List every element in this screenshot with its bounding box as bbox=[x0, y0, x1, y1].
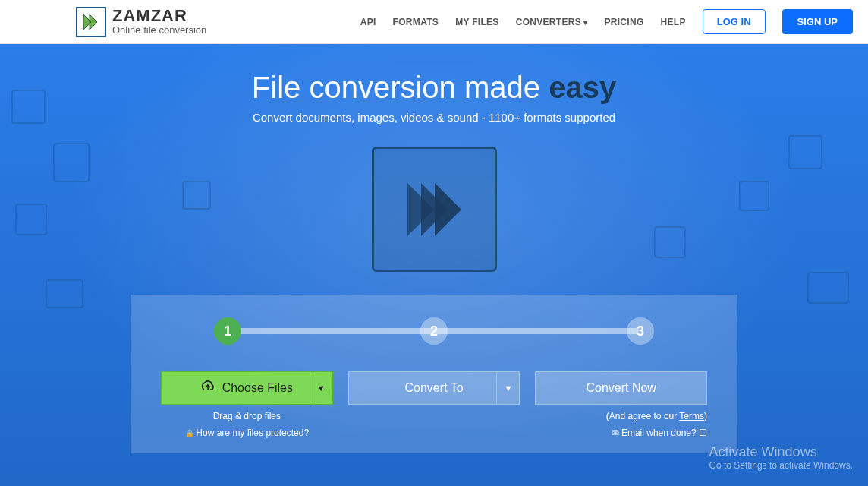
doodle-icon bbox=[739, 181, 769, 211]
doodle-icon bbox=[807, 272, 849, 304]
terms-hint: (And agree to our Terms) bbox=[535, 411, 707, 421]
doodle-icon bbox=[11, 90, 46, 124]
nav-api[interactable]: API bbox=[360, 17, 376, 27]
drag-drop-hint: Drag & drop files bbox=[161, 411, 333, 421]
convert-now-button[interactable]: Convert Now bbox=[535, 371, 707, 405]
brand-tagline: Online file conversion bbox=[112, 24, 206, 36]
header: ZAMZAR Online file conversion API FORMAT… bbox=[0, 0, 868, 44]
step-track: 1 2 3 bbox=[161, 317, 707, 345]
step-2-circle: 2 bbox=[420, 317, 448, 345]
doodle-icon bbox=[15, 204, 47, 235]
doodle-icon bbox=[654, 226, 686, 258]
protection-link[interactable]: How are my files protected? bbox=[161, 428, 333, 438]
convert-to-button[interactable]: Convert To ▼ bbox=[348, 371, 520, 405]
login-button[interactable]: LOG IN bbox=[703, 9, 766, 34]
convert-caret-icon[interactable]: ▼ bbox=[496, 372, 519, 404]
nav-formats[interactable]: FORMATS bbox=[393, 17, 439, 27]
step-1-circle: 1 bbox=[214, 317, 241, 345]
hero-title: File conversion made easy bbox=[0, 71, 868, 105]
nav-pricing[interactable]: PRICING bbox=[604, 17, 643, 27]
steps-panel: 1 2 3 Choose Files ▼ Drag & drop files H… bbox=[131, 295, 737, 453]
nav: API FORMATS MY FILES CONVERTERS PRICING … bbox=[360, 9, 853, 34]
brand-name: ZAMZAR bbox=[112, 8, 206, 24]
watermark-sub: Go to Settings to activate Windows. bbox=[709, 460, 853, 471]
nav-help[interactable]: HELP bbox=[661, 17, 686, 27]
doodle-icon bbox=[53, 143, 90, 182]
step-1: Choose Files ▼ Drag & drop files How are… bbox=[161, 371, 333, 438]
choose-caret-icon[interactable]: ▼ bbox=[310, 372, 332, 404]
doodle-icon bbox=[46, 279, 83, 308]
choose-files-label: Choose Files bbox=[222, 381, 293, 395]
step-row: Choose Files ▼ Drag & drop files How are… bbox=[161, 371, 707, 438]
email-done-hint[interactable]: ✉ Email when done? ☐ bbox=[535, 428, 707, 438]
windows-watermark: Activate Windows Go to Settings to activ… bbox=[709, 444, 853, 471]
watermark-title: Activate Windows bbox=[709, 444, 853, 460]
step-3: Convert Now (And agree to our Terms) ✉ E… bbox=[535, 371, 707, 438]
logo-icon bbox=[76, 7, 106, 37]
doodle-icon bbox=[788, 135, 822, 169]
hero-title-em: easy bbox=[549, 71, 616, 104]
logo[interactable]: ZAMZAR Online file conversion bbox=[76, 7, 206, 37]
step-2: Convert To ▼ bbox=[348, 371, 520, 438]
doodle-icon bbox=[182, 181, 211, 210]
hero-title-pre: File conversion made bbox=[252, 71, 549, 104]
convert-to-label: Convert To bbox=[404, 381, 463, 395]
terms-link[interactable]: Terms bbox=[679, 411, 704, 421]
upload-icon bbox=[201, 380, 215, 396]
signup-button[interactable]: SIGN UP bbox=[782, 9, 853, 34]
hero: File conversion made easy Convert docume… bbox=[0, 44, 868, 486]
step-3-circle: 3 bbox=[627, 317, 654, 345]
play-icon bbox=[372, 147, 497, 272]
nav-myfiles[interactable]: MY FILES bbox=[455, 17, 499, 27]
hero-subtitle: Convert documents, images, videos & soun… bbox=[0, 111, 868, 124]
lock-icon bbox=[185, 428, 197, 438]
choose-files-button[interactable]: Choose Files ▼ bbox=[161, 371, 333, 405]
nav-converters[interactable]: CONVERTERS bbox=[516, 17, 588, 27]
